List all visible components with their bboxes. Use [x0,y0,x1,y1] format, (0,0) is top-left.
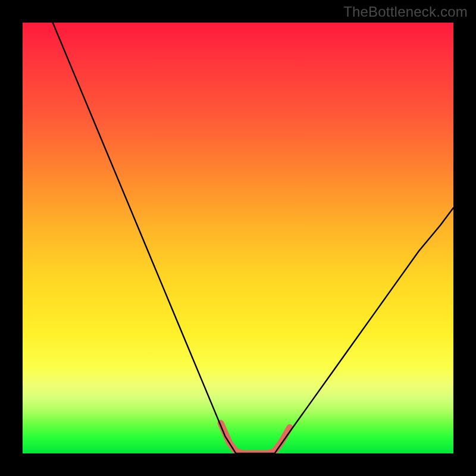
chart-frame: TheBottleneck.com [0,0,476,476]
watermark-text: TheBottleneck.com [343,4,468,20]
bottleneck-curve-path [53,23,453,453]
chart-plot-area [23,23,453,453]
chart-curve-layer [23,23,453,453]
valley-highlight-path [221,423,290,453]
